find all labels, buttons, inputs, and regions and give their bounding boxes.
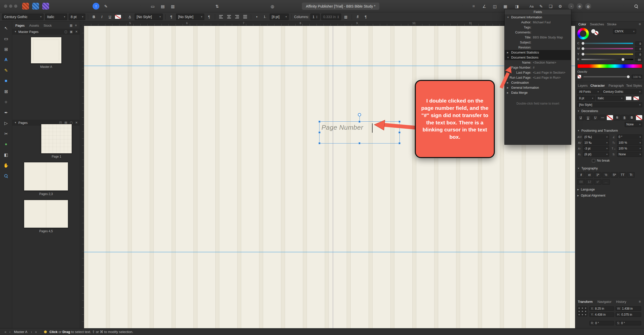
black-value[interactable]: 80	[635, 58, 642, 62]
magenta-slider[interactable]	[581, 48, 633, 49]
shear-field[interactable]: None	[617, 152, 642, 157]
stepper-icon[interactable]: ▲▼	[337, 15, 339, 19]
share-icon[interactable]: ↑	[93, 3, 99, 10]
studio-toggle-icon[interactable]: ◨	[514, 3, 520, 10]
color-spectrum-bar[interactable]	[577, 64, 642, 68]
margins-icon[interactable]: ▭	[149, 3, 156, 10]
field-row-title[interactable]: Title: BBS Bible Study Map	[505, 35, 571, 40]
disclosure-icon[interactable]: ▶	[577, 188, 579, 191]
text-frame-text[interactable]: Page Number	[321, 124, 363, 131]
resize-handle-s[interactable]	[358, 142, 361, 145]
field-row-subject[interactable]: Subject:	[505, 40, 571, 45]
page-1-thumbnail[interactable]	[41, 124, 72, 154]
transform-panel-menu-icon[interactable]: ≡	[639, 300, 641, 304]
ellipse-tool[interactable]: ○	[2, 98, 10, 106]
page-1-label[interactable]: Page 1	[41, 155, 72, 158]
decorations-section-header[interactable]: ▼ Decorations	[577, 109, 598, 113]
tab-stock[interactable]: Stock	[44, 24, 52, 27]
table-tool[interactable]: ⊞	[2, 45, 10, 53]
tab-text-styles[interactable]: Text Styles	[626, 84, 642, 87]
master-a-label[interactable]: Master A	[31, 65, 62, 69]
color-mode-combo[interactable]: CMYK	[613, 29, 636, 34]
underline-button[interactable]: U	[107, 14, 113, 20]
tab-stroke[interactable]: Stroke	[607, 22, 617, 26]
tab-paragraph[interactable]: Paragraph	[609, 84, 624, 87]
resize-handle-sw[interactable]	[318, 142, 321, 145]
panel-menu-icon[interactable]: ≡	[75, 24, 77, 27]
tab-history[interactable]: History	[616, 300, 626, 304]
align-right-button[interactable]	[234, 14, 240, 20]
last-page-button[interactable]: »	[35, 330, 37, 334]
vertical-ruler[interactable]	[80, 26, 84, 328]
all-fonts-combo[interactable]: All Fonts	[577, 89, 600, 94]
yellow-slider[interactable]	[581, 54, 633, 55]
strikethrough-color-swatch[interactable]	[636, 115, 642, 120]
leading-combo[interactable]: [8 pt]	[270, 14, 289, 20]
opacity-value[interactable]: 100 %	[632, 75, 642, 79]
font-size-combo[interactable]: 8 pt	[69, 14, 85, 20]
field-row-section-name[interactable]: Name: <Section Name>	[505, 60, 571, 65]
size-combo[interactable]: 8 pt	[577, 96, 595, 101]
guides-icon[interactable]: ▤	[159, 3, 166, 10]
disclosure-icon[interactable]: ▼	[507, 16, 509, 19]
background-color-button[interactable]: B	[628, 115, 635, 120]
gradient-tool[interactable]: ◧	[2, 151, 10, 159]
stepper-icon[interactable]: ▲▼	[316, 15, 318, 19]
decoration-style-combo[interactable]: None	[625, 122, 642, 127]
snapping-icon[interactable]: ⌗	[470, 3, 477, 10]
width-field[interactable]: W: 1.438 in	[616, 306, 641, 311]
discretionary-ligatures-button[interactable]: ct	[586, 172, 593, 178]
no-break-checkbox[interactable]	[592, 159, 595, 162]
pages-4-5-thumbnail[interactable]	[24, 200, 68, 228]
column-guides-button[interactable]: ▥	[343, 14, 349, 20]
field-row-author[interactable]: Author: Michael Faul	[505, 20, 571, 25]
height-field[interactable]: H: 0.375 in	[616, 312, 641, 317]
baseline-shift-field[interactable]: -3 pt	[583, 146, 609, 151]
rotate-icon[interactable]: ∠	[481, 3, 488, 10]
y-position-field[interactable]: Y: 4.438 in	[589, 312, 614, 317]
yellow-knob[interactable]	[581, 53, 585, 56]
resize-handle-w[interactable]	[318, 131, 321, 134]
ligatures-button[interactable]: fi	[577, 172, 585, 178]
pages-4-5-label[interactable]: Pages 4,5	[24, 229, 68, 233]
columns-icon[interactable]: ▥	[170, 3, 176, 10]
previous-page-button[interactable]: ‹	[9, 330, 10, 334]
opacity-slider[interactable]	[583, 76, 630, 77]
double-underline-button[interactable]: U	[585, 115, 591, 120]
history-icon[interactable]: ◔	[568, 3, 574, 9]
underline-button[interactable]: U	[577, 115, 584, 120]
settings-icon[interactable]: ⚙	[557, 3, 564, 10]
pilcrow-icon[interactable]: ¶	[206, 14, 212, 20]
horizontal-ruler[interactable]: 5 6 7 8 9 10 11	[84, 21, 575, 26]
pen-tool[interactable]: ✒	[2, 109, 10, 116]
tab-transform[interactable]: Transform	[578, 300, 593, 304]
scientific-inferiors-button[interactable]: x²	[594, 179, 601, 185]
first-page-button[interactable]: «	[5, 330, 6, 334]
ordinals-button[interactable]: 1ª	[594, 172, 601, 178]
fields-section-document-sections[interactable]: ▼ Document Sections	[505, 55, 571, 60]
disclosure-icon[interactable]: ▼	[577, 167, 580, 170]
more-typography-button[interactable]: …	[602, 179, 610, 185]
align-center-button[interactable]	[226, 14, 232, 20]
disclosure-icon[interactable]: ▼	[577, 110, 580, 112]
horizontal-scale-field[interactable]: 100 %	[617, 146, 642, 151]
grid-icon[interactable]: ▦	[502, 3, 509, 10]
small-caps-button[interactable]: Tt	[627, 172, 635, 178]
numbered-list-button[interactable]: 1.	[262, 14, 268, 20]
anchor-point-selector[interactable]	[577, 306, 587, 316]
color-wheel[interactable]	[577, 28, 589, 39]
opacity-knob[interactable]	[627, 75, 630, 78]
underline-color-swatch[interactable]	[607, 115, 613, 120]
cyan-value[interactable]: 0	[635, 41, 642, 46]
master-pages-header[interactable]: ▼ Master Pages ▢ ▣ ✕	[12, 29, 80, 34]
text-frame-tool[interactable]: ▭	[2, 35, 10, 42]
tab-color[interactable]: Color	[578, 22, 586, 26]
close-window-icon[interactable]	[4, 5, 7, 8]
pages-icon[interactable]: ❏	[547, 3, 554, 10]
style-combo[interactable]: Italic	[596, 96, 624, 101]
disclosure-icon[interactable]: ▼	[507, 56, 509, 59]
magenta-knob[interactable]	[581, 47, 585, 50]
field-row-tags[interactable]: Tags:	[505, 25, 571, 30]
split-view-icon[interactable]: ◫	[492, 3, 498, 10]
magenta-value[interactable]: 0	[635, 47, 642, 51]
